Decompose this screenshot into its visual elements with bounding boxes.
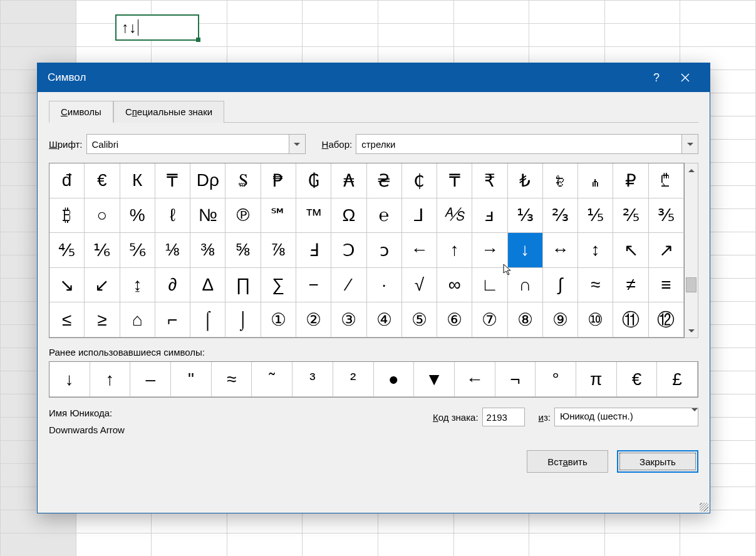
symbol-cell[interactable]: ○ [85, 198, 120, 234]
symbol-cell[interactable]: ≠ [613, 268, 648, 303]
symbol-cell[interactable]: % [120, 198, 155, 234]
symbol-cell[interactable]: ₹ [472, 163, 507, 198]
symbol-cell[interactable]: ∩ [508, 268, 543, 303]
symbol-cell[interactable]: ⌂ [120, 302, 155, 337]
symbol-cell[interactable]: € [85, 163, 120, 198]
tab-symbols[interactable]: Символы [49, 101, 113, 123]
recent-symbol-cell[interactable]: ← [455, 362, 495, 397]
symbol-cell[interactable]: ₷ [225, 163, 261, 198]
symbol-cell[interactable]: ④ [367, 302, 402, 337]
symbol-cell[interactable]: ⅕ [578, 198, 613, 234]
symbol-cell[interactable]: Ω [331, 198, 366, 234]
symbol-cell[interactable]: ₼ [578, 163, 613, 198]
symbol-cell[interactable]: ⅎ [472, 198, 507, 234]
symbol-cell[interactable]: ₿ [49, 198, 85, 234]
symbol-cell[interactable]: ⅔ [543, 198, 578, 234]
recent-symbol-cell[interactable]: ² [333, 362, 374, 397]
symbol-cell[interactable]: Ↄ [331, 233, 366, 268]
symbol-cell[interactable]: ₲ [296, 163, 331, 198]
symbol-cell[interactable]: ⌡ [225, 302, 261, 337]
symbol-cell[interactable]: ↘ [49, 268, 85, 303]
symbol-cell[interactable]: Dρ [190, 163, 225, 198]
code-input[interactable] [482, 408, 525, 426]
symbol-cell[interactable]: ∂ [155, 268, 190, 303]
symbol-cell[interactable]: ∆ [190, 268, 225, 303]
symbol-cell[interactable]: ℮ [367, 198, 402, 234]
symbol-cell[interactable]: ∑ [261, 268, 296, 303]
symbol-cell[interactable]: ₳ [331, 163, 366, 198]
symbol-cell[interactable]: ⅍ [437, 198, 472, 234]
symbol-cell[interactable]: ⅛ [155, 233, 190, 268]
symbol-cell[interactable]: ↓ [508, 233, 543, 268]
subset-dropdown-button[interactable] [681, 135, 698, 153]
symbol-cell[interactable]: ∏ [225, 268, 261, 303]
symbol-cell[interactable]: ⑫ [649, 302, 684, 337]
symbol-cell[interactable]: ₵ [402, 163, 437, 198]
symbol-cell[interactable]: ₻ [543, 163, 578, 198]
symbol-cell[interactable]: ⌠ [190, 302, 225, 337]
symbol-cell[interactable]: ⅃ [402, 198, 437, 234]
symbol-scrollbar[interactable] [685, 163, 698, 338]
scroll-track[interactable] [685, 177, 698, 324]
scroll-thumb[interactable] [686, 277, 696, 292]
symbol-cell[interactable]: ↔ [543, 233, 578, 268]
from-dropdown-button[interactable] [691, 408, 698, 426]
symbol-cell[interactable]: ₽ [613, 163, 648, 198]
symbol-cell[interactable]: ⑤ [402, 302, 437, 337]
symbol-cell[interactable]: Ⅎ [296, 233, 331, 268]
font-input[interactable] [87, 135, 289, 153]
subset-input[interactable] [356, 135, 681, 153]
symbol-cell[interactable]: ← [402, 233, 437, 268]
symbol-cell[interactable]: ™ [296, 198, 331, 234]
symbol-cell[interactable]: ↨ [120, 268, 155, 303]
symbol-cell[interactable]: ℓ [155, 198, 190, 234]
font-combo[interactable] [86, 134, 306, 154]
symbol-cell[interactable]: ⅓ [508, 198, 543, 234]
symbol-cell[interactable]: ₸ [437, 163, 472, 198]
symbol-cell[interactable]: ∙ [367, 268, 402, 303]
symbol-cell[interactable]: ₴ [367, 163, 402, 198]
symbol-cell[interactable]: ⅞ [261, 233, 296, 268]
symbol-cell[interactable]: ⅖ [613, 198, 648, 234]
from-combo[interactable]: Юникод (шестн.) [554, 408, 698, 426]
symbol-cell[interactable]: ℠ [261, 198, 296, 234]
symbol-cell[interactable]: ⑧ [508, 302, 543, 337]
help-button[interactable]: ? [642, 63, 671, 92]
symbol-cell[interactable]: ≤ [49, 302, 85, 337]
symbol-cell[interactable]: ⅗ [649, 198, 684, 234]
recent-symbol-cell[interactable]: € [617, 362, 658, 397]
recent-symbol-cell[interactable]: ≈ [212, 362, 252, 397]
insert-button[interactable]: Вставить [527, 450, 608, 473]
symbol-cell[interactable]: ⅙ [85, 233, 120, 268]
symbol-cell[interactable]: ∟ [472, 268, 507, 303]
symbol-cell[interactable]: − [296, 268, 331, 303]
symbol-cell[interactable]: ⅜ [190, 233, 225, 268]
symbol-cell[interactable]: ℗ [225, 198, 261, 234]
recent-symbol-cell[interactable]: ↓ [49, 362, 90, 397]
symbol-cell[interactable]: đ [49, 163, 85, 198]
symbol-cell[interactable]: ₺ [508, 163, 543, 198]
subset-combo[interactable] [356, 134, 698, 154]
symbol-cell[interactable]: ↗ [649, 233, 684, 268]
symbol-cell[interactable]: ① [261, 302, 296, 337]
recent-symbol-cell[interactable]: – [130, 362, 171, 397]
symbol-cell[interactable]: ↄ [367, 233, 402, 268]
symbol-cell[interactable]: ↕ [578, 233, 613, 268]
symbol-cell[interactable]: ⅚ [120, 233, 155, 268]
symbol-cell[interactable]: ₱ [261, 163, 296, 198]
symbol-cell[interactable]: ↖ [613, 233, 648, 268]
symbol-cell[interactable]: → [472, 233, 507, 268]
font-dropdown-button[interactable] [289, 135, 305, 153]
symbol-cell[interactable]: ₾ [649, 163, 684, 198]
symbol-cell[interactable]: ↙ [85, 268, 120, 303]
symbol-cell[interactable]: ≡ [649, 268, 684, 303]
scroll-up-button[interactable] [685, 163, 698, 177]
symbol-cell[interactable]: ⅝ [225, 233, 261, 268]
symbol-cell[interactable]: √ [402, 268, 437, 303]
recent-symbol-cell[interactable]: ▼ [414, 362, 455, 397]
recent-symbol-cell[interactable]: ³ [293, 362, 333, 397]
symbol-cell[interactable]: ⑨ [543, 302, 578, 337]
symbol-cell[interactable]: ⑩ [578, 302, 613, 337]
close-button[interactable] [671, 63, 700, 92]
recent-symbol-cell[interactable]: ˜ [252, 362, 293, 397]
